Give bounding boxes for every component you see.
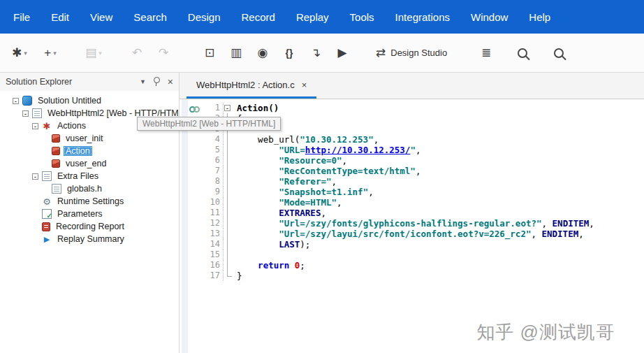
step-list-button[interactable]: ≣ (475, 40, 497, 66)
tree-item-label[interactable]: vuser_init (64, 134, 105, 143)
code-line-14[interactable]: 14 LAST); (180, 239, 644, 250)
tree-item-replay-summary[interactable]: Replay Summary (0, 233, 179, 245)
design-studio-label: Design Studio (390, 48, 447, 58)
add-button[interactable]: +▾ (39, 40, 61, 66)
close-panel-icon[interactable]: × (168, 77, 173, 87)
panel-menu-icon[interactable]: ▼ (140, 78, 146, 85)
tree-item-action[interactable]: Action (0, 145, 179, 157)
tree-item-parameters[interactable]: Parameters (0, 208, 179, 220)
tree-item-solution-untitled[interactable]: -Solution Untitled (0, 94, 179, 107)
new-step-button[interactable]: ✱▾ (8, 40, 31, 66)
insert-snippet-icon: {} (286, 48, 293, 58)
recording-summary-button[interactable]: ▥ (225, 40, 247, 66)
line-number: 12 (203, 218, 224, 229)
menu-replay[interactable]: Replay (286, 0, 339, 34)
run-until-button[interactable]: ↴ (305, 40, 327, 66)
code-text[interactable]: return 0; (237, 260, 305, 271)
insert-snippet-button[interactable]: {} (278, 40, 300, 66)
code-text[interactable]: "Url=/szy/fonts/glyphicons-halflings-reg… (237, 218, 594, 229)
code-line-4[interactable]: 4 web_url("10.30.12.253", (180, 134, 644, 145)
code-text[interactable]: "Url=/szy/layui/src/font/iconfont.eot?v=… (237, 229, 584, 239)
code-text[interactable]: "URL=http://10.30.12.253/", (237, 145, 420, 155)
find-button[interactable] (511, 40, 534, 66)
fold-collapse-icon[interactable]: - (224, 105, 230, 111)
menu-design[interactable]: Design (177, 0, 231, 34)
line-number: 5 (203, 145, 224, 155)
code-text[interactable]: "Resource=0", (237, 155, 347, 166)
code-text[interactable]: "RecContentType=text/html", (237, 166, 420, 176)
script-icon (32, 108, 42, 118)
code-line-16[interactable]: 16 return 0; (180, 260, 644, 271)
record-button[interactable]: ◉ (251, 40, 274, 66)
search-replace-button[interactable] (548, 40, 570, 66)
bookmark-margin (189, 155, 203, 166)
tree-item-vuser-init[interactable]: vuser_init (0, 132, 179, 145)
tree-item-label[interactable]: Solution Untitled (36, 96, 103, 106)
tree-item-label[interactable]: Runtime Settings (55, 196, 126, 206)
tab-close-icon[interactable]: × (302, 80, 307, 90)
code-line-12[interactable]: 12 "Url=/szy/fonts/glyphicons-halflings-… (180, 218, 644, 229)
code-line-13[interactable]: 13 "Url=/szy/layui/src/font/iconfont.eot… (180, 229, 644, 239)
tree-item-runtime-settings[interactable]: Runtime Settings (0, 195, 179, 208)
menu-record[interactable]: Record (231, 0, 286, 34)
code-text[interactable]: "Snapshot=t1.inf", (237, 187, 374, 197)
tree-item-label[interactable]: Extra Files (55, 171, 101, 181)
tree-item-label[interactable]: vuser_end (64, 159, 108, 168)
code-text[interactable]: web_url("10.30.12.253", (237, 134, 379, 145)
code-line-7[interactable]: 7 "RecContentType=text/html", (180, 166, 644, 176)
code-line-15[interactable]: 15 (180, 250, 644, 260)
collapse-icon[interactable]: - (22, 110, 29, 117)
vuser-icon (52, 159, 60, 168)
pin-icon[interactable] (154, 77, 160, 83)
menu-edit[interactable]: Edit (41, 0, 80, 34)
menu-file[interactable]: File (3, 0, 41, 34)
record-options-button[interactable]: ⊡ (198, 40, 221, 66)
code-line-17[interactable]: 17} (180, 271, 644, 281)
new-step-icon: ✱ (12, 47, 22, 59)
menu-window[interactable]: Window (460, 0, 518, 34)
code-text[interactable]: EXTRARES, (237, 208, 326, 218)
code-line-11[interactable]: 11 EXTRARES, (180, 208, 644, 218)
tree-item-label[interactable]: Action (64, 146, 92, 156)
tree-item-extra-files[interactable]: -Extra Files (0, 170, 179, 182)
menu-search[interactable]: Search (123, 0, 177, 34)
bookmark-margin (189, 176, 203, 187)
tree-item-recording-report[interactable]: Recording Report (0, 220, 179, 233)
dropdown-caret-icon: ▾ (24, 50, 27, 57)
tree-item-label[interactable]: Parameters (55, 209, 105, 219)
menu-help[interactable]: Help (518, 0, 561, 34)
fold-margin (224, 176, 234, 187)
code-line-8[interactable]: 8 "Referer=", (180, 176, 644, 187)
code-text[interactable]: "Referer=", (237, 176, 337, 187)
code-line-9[interactable]: 9 "Snapshot=t1.inf", (180, 187, 644, 197)
tree-item-globals-h[interactable]: globals.h (0, 182, 179, 195)
tree-item-label[interactable]: Recording Report (54, 222, 126, 231)
fold-margin (224, 260, 234, 271)
tree-item-label[interactable]: globals.h (65, 184, 104, 194)
code-editor[interactable]: 1-Action()2{34 web_url("10.30.12.253",5 … (180, 99, 644, 353)
code-line-10[interactable]: 10 "Mode=HTML", (180, 197, 644, 208)
menu-view[interactable]: View (80, 0, 123, 34)
tree-item-label[interactable]: Actions (55, 121, 88, 131)
tab-action-c[interactable]: WebHttpHtml2 : Action.c × (186, 73, 316, 99)
code-text[interactable]: Action() (237, 103, 279, 113)
code-line-1[interactable]: 1-Action() (180, 103, 644, 113)
design-studio-button[interactable]: ⇄Design Studio (376, 40, 447, 66)
replay-button[interactable]: ▶ (331, 40, 353, 66)
tree-item-label[interactable]: Replay Summary (55, 234, 126, 244)
fold-margin (224, 187, 234, 197)
code-text[interactable]: "Mode=HTML", (237, 197, 342, 208)
vuser-icon (52, 134, 60, 143)
collapse-icon[interactable]: - (32, 173, 38, 180)
code-text[interactable]: LAST); (237, 239, 310, 250)
menu-integrations[interactable]: Integrations (385, 0, 460, 34)
code-line-5[interactable]: 5 "URL=http://10.30.12.253/", (180, 145, 644, 155)
collapse-icon[interactable]: - (32, 123, 38, 129)
code-line-6[interactable]: 6 "Resource=0", (180, 155, 644, 166)
tree-item-vuser-end[interactable]: vuser_end (0, 157, 179, 170)
menu-tools[interactable]: Tools (339, 0, 385, 34)
collapse-icon[interactable]: - (13, 98, 19, 104)
bookmark-margin (189, 187, 203, 197)
code-text[interactable]: } (237, 271, 242, 281)
line-number: 14 (203, 239, 224, 250)
